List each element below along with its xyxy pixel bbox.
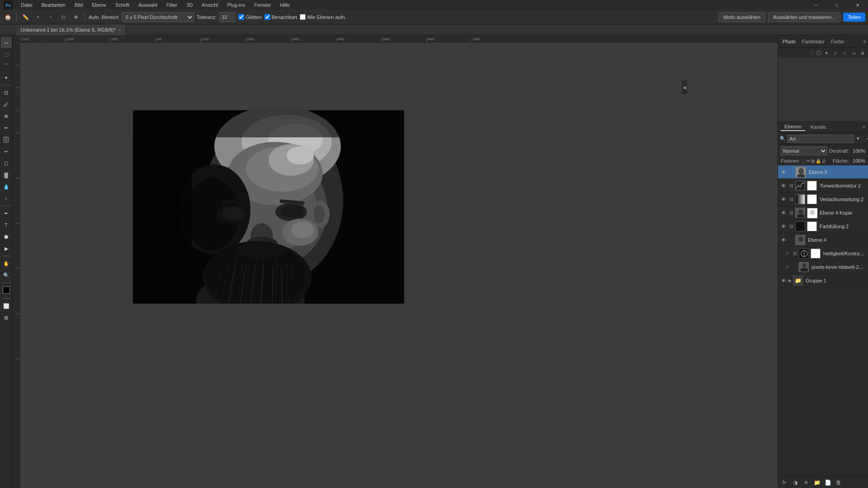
layer-eye-ebene5[interactable]: 👁 xyxy=(780,169,787,176)
menu-ebene[interactable]: Ebene xyxy=(88,1,110,9)
glatten-check[interactable]: Glätten xyxy=(238,14,261,20)
minimize-button[interactable]: ─ xyxy=(806,0,826,10)
layer-item-gruppe1[interactable]: 👁 ▶ 📁 Gruppe 1 xyxy=(778,274,868,287)
menu-auswahl[interactable]: Auswahl xyxy=(135,1,161,9)
layer-eye-farbfuellung2[interactable]: 👁 xyxy=(780,223,787,230)
benachbart-check[interactable]: Benachbart xyxy=(264,14,297,20)
brush-tool-icon[interactable]: ✏️ xyxy=(20,12,30,22)
menu-hilfe[interactable]: Hilfe xyxy=(276,1,293,9)
pen-tool[interactable]: ✒ xyxy=(1,208,12,219)
menu-plugins[interactable]: Plug-ins xyxy=(223,1,249,9)
panel-collapse-arrow[interactable]: ◀ xyxy=(682,80,687,94)
menu-schrift[interactable]: Schrift xyxy=(112,1,133,9)
menu-3d[interactable]: 3D xyxy=(183,1,196,9)
heal-tool[interactable]: ⊕ xyxy=(1,111,12,122)
zoom-tool[interactable]: 🔍 xyxy=(1,270,12,281)
quick-mask[interactable]: ⬜ xyxy=(1,300,12,311)
brush-tool[interactable]: ✏ xyxy=(1,122,12,133)
layer-group-button[interactable]: 📁 xyxy=(812,478,821,487)
layer-item-pixels-kevin[interactable]: 👁 pixels-kevin-bidwell-2380795 xyxy=(778,260,868,274)
panel-diamond-icon[interactable]: ◇ xyxy=(832,49,839,56)
lock-position-icon[interactable]: ✏ xyxy=(807,159,810,164)
filter-pixel-icon[interactable]: ▪ xyxy=(864,135,868,143)
layer-item-ebene4kopie[interactable]: 👁 ⛓ Ebene 4 Kopie xyxy=(778,206,868,220)
magic-wand-tool[interactable]: ✦ xyxy=(1,72,12,83)
menu-datei[interactable]: Datei xyxy=(17,1,36,9)
eyedropper-tool[interactable]: 🖊 xyxy=(1,99,12,110)
tab-close-button[interactable]: × xyxy=(118,28,121,32)
layer-item-ebene4[interactable]: 👁 Ebene 4 xyxy=(778,233,868,247)
layer-item-ebene5[interactable]: 👁 Ebene 5 xyxy=(778,165,868,179)
lock-extra-icon[interactable]: ⊡ xyxy=(822,159,826,164)
tool-icon-5[interactable]: ⊕ xyxy=(71,12,81,22)
layers-menu-icon[interactable]: ≡ xyxy=(863,124,865,130)
layer-item-farbfuellung2[interactable]: 👁 ⛓ Farbfüllung 2 xyxy=(778,220,868,233)
ebenen-tab[interactable]: Ebenen xyxy=(781,123,805,131)
motiv-button[interactable]: Motiv auswählen xyxy=(718,12,765,22)
panel-star-icon[interactable]: ✦ xyxy=(823,49,830,56)
layer-eye-gruppe1[interactable]: 👁 xyxy=(780,277,787,284)
layer-eye-ebene4[interactable]: 👁 xyxy=(780,236,787,244)
kanaele-tab[interactable]: Kanäle xyxy=(807,123,830,131)
tolerance-input[interactable] xyxy=(219,12,236,22)
lock-artboard-icon[interactable]: ⊞ xyxy=(811,159,815,164)
layer-adj-button[interactable]: ⊕ xyxy=(802,478,811,487)
layer-eye-helligkeit2[interactable]: 👁 xyxy=(783,250,791,257)
farbfelder-tab[interactable]: Farbfelder xyxy=(799,38,827,45)
screen-mode[interactable]: ⊞ xyxy=(1,312,12,323)
home-button[interactable]: 🏠 xyxy=(3,12,13,22)
lock-all-icon[interactable]: 🔒 xyxy=(816,159,821,164)
farbe-tab[interactable]: Farbe xyxy=(828,38,847,45)
layer-item-helligkeit2[interactable]: 👁 ⛓ Helligkeit/Kontrast 2 xyxy=(778,247,868,260)
hand-tool[interactable]: ✋ xyxy=(1,258,12,269)
lasso-tool[interactable]: ⌒ xyxy=(1,61,12,71)
mode-select[interactable]: 5 x 5 Pixel Durchschnitt xyxy=(122,12,194,22)
layer-filter-input[interactable] xyxy=(787,135,854,143)
document-canvas[interactable] xyxy=(20,42,778,488)
eraser-tool[interactable]: ◻ xyxy=(1,158,12,169)
blend-mode-select[interactable]: Normal xyxy=(781,146,827,155)
layer-fx-button[interactable]: fx xyxy=(780,478,789,487)
layer-eye-verlauf2[interactable]: 👁 xyxy=(780,196,787,203)
text-tool[interactable]: T xyxy=(1,220,12,230)
menu-bild[interactable]: Bild xyxy=(71,1,86,9)
dodge-tool[interactable]: ○ xyxy=(1,193,12,204)
panel-rect-icon[interactable]: ▭ xyxy=(850,49,857,56)
layer-item-verlauf2[interactable]: 👁 ⛓ Verlaufsumsetung 2 xyxy=(778,192,868,206)
layer-new-button[interactable]: 📄 xyxy=(823,478,832,487)
panel-menu-icon[interactable]: ≡ xyxy=(863,39,866,44)
move-tool[interactable]: ↔ xyxy=(1,37,12,48)
maximize-button[interactable]: □ xyxy=(826,0,847,10)
layer-eye-pixels-kevin[interactable]: 👁 xyxy=(783,263,791,271)
teilen-button[interactable]: Teilen xyxy=(843,13,865,22)
panel-square-icon[interactable]: □ xyxy=(841,49,848,56)
close-button[interactable]: ✕ xyxy=(847,0,868,10)
menu-ansicht[interactable]: Ansicht xyxy=(198,1,222,9)
menu-filter[interactable]: Filter xyxy=(163,1,181,9)
color-swatches[interactable] xyxy=(1,286,12,296)
tool-icon-4[interactable]: ◻ xyxy=(58,12,68,22)
path-select[interactable]: ▶ xyxy=(1,243,12,254)
lock-pixel-icon[interactable]: ⬚ xyxy=(802,159,806,164)
foreground-color[interactable] xyxy=(3,286,10,294)
layer-delete-button[interactable]: 🗑 xyxy=(834,478,843,487)
layer-item-tonwert2[interactable]: 👁 ⛓ Tonwertkorrektur 2 xyxy=(778,179,868,192)
tool-icon-2[interactable]: ▪ xyxy=(33,12,43,22)
gradient-tool[interactable]: ▓ xyxy=(1,169,12,180)
layer-eye-ebene4kopie[interactable]: 👁 xyxy=(780,209,787,216)
tool-icon-3[interactable]: ▫ xyxy=(46,12,56,22)
menu-bearbeiten[interactable]: Bearbeiten xyxy=(38,1,69,9)
selection-tool[interactable]: ⬚ xyxy=(1,49,12,60)
history-tool[interactable]: ↩ xyxy=(1,146,12,157)
alle-ebenen-check[interactable]: Alle Ebenen aufn. xyxy=(300,14,346,20)
filter-dropdown-icon[interactable]: ▼ xyxy=(856,135,860,143)
layer-mask-button[interactable]: ◑ xyxy=(791,478,800,487)
gruppe1-arrow[interactable]: ▶ xyxy=(788,278,792,283)
document-tab[interactable]: Unbenannt-1 bei 16,1% (Ebene 5, RGB/8)* … xyxy=(16,24,126,35)
layer-eye-tonwert2[interactable]: 👁 xyxy=(780,182,787,189)
panel-add-icon[interactable]: ⊕ xyxy=(859,49,866,56)
crop-tool[interactable]: ⊡ xyxy=(1,87,12,98)
menu-fenster[interactable]: Fenster xyxy=(250,1,274,9)
auswahl-button[interactable]: Auswählen und maskieren... xyxy=(768,12,840,22)
stamp-tool[interactable]: 🅂 xyxy=(1,134,12,145)
